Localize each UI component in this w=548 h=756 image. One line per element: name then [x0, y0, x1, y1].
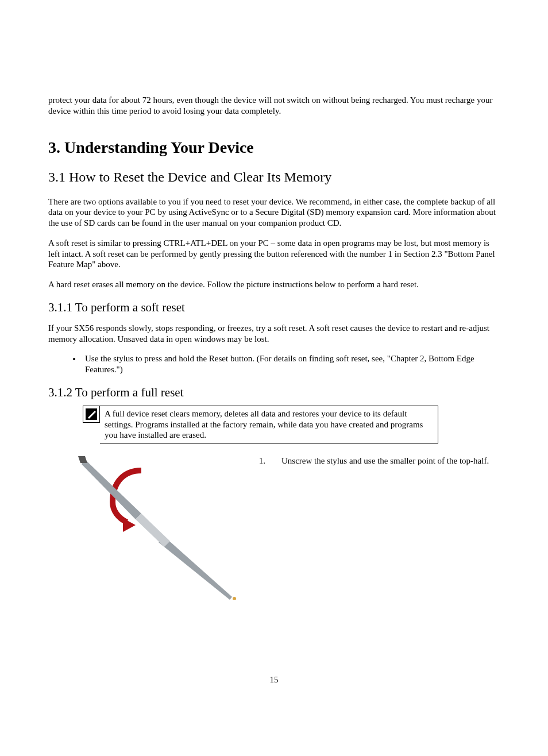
page-number: 15 — [0, 675, 548, 685]
body-paragraph: If your SX56 responds slowly, stops resp… — [48, 323, 500, 345]
step-text: Unscrew the stylus and use the smaller p… — [281, 456, 489, 466]
stylus-illustration — [48, 456, 255, 602]
svg-marker-7 — [136, 514, 170, 547]
step-number: 1. — [255, 456, 265, 466]
bullet-list: Use the stylus to press and hold the Res… — [48, 353, 500, 375]
svg-marker-6 — [159, 537, 232, 600]
subsection-heading: 3.1.2 To perform a full reset — [48, 385, 500, 400]
svg-point-8 — [233, 597, 236, 600]
body-paragraph: A hard reset erases all memory on the de… — [48, 279, 500, 290]
section-heading: 3.1 How to Reset the Device and Clear It… — [48, 169, 500, 185]
svg-marker-5 — [78, 456, 87, 463]
bullet-item: Use the stylus to press and hold the Res… — [82, 353, 500, 375]
chapter-heading: 3. Understanding Your Device — [48, 138, 500, 157]
note-box: A full device reset clears memory, delet… — [48, 406, 500, 443]
body-paragraph: A soft reset is similar to pressing CTRL… — [48, 238, 500, 270]
document-page: protect your data for about 72 hours, ev… — [0, 0, 548, 602]
svg-marker-3 — [123, 518, 136, 532]
figure-row: 1. Unscrew the stylus and use the smalle… — [48, 456, 500, 602]
intro-paragraph: protect your data for about 72 hours, ev… — [48, 95, 500, 117]
body-paragraph: There are two options available to you i… — [48, 196, 500, 229]
note-text: A full device reset clears memory, delet… — [100, 406, 438, 443]
subsection-heading: 3.1.1 To perform a soft reset — [48, 300, 500, 315]
step-instruction: 1. Unscrew the stylus and use the smalle… — [255, 456, 500, 466]
pencil-icon — [83, 406, 100, 423]
